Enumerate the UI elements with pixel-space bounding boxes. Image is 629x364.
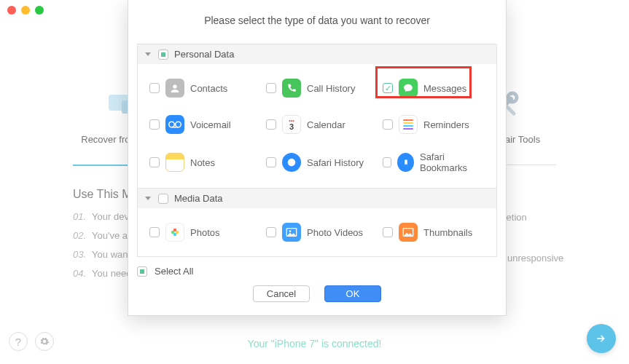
device-connected-status: Your "iPhone 7" is connected!	[0, 338, 629, 349]
item-label: Safari History	[307, 157, 364, 168]
item-checkbox[interactable]	[149, 119, 160, 130]
item-label: Notes	[190, 157, 215, 168]
data-item-calendar[interactable]: ••• 3 Calendar	[259, 106, 375, 143]
help-button[interactable]: ?	[9, 332, 28, 351]
data-item-messages[interactable]: Messages	[375, 70, 492, 106]
reminders-icon	[399, 115, 418, 134]
select-all-checkbox[interactable]	[137, 266, 147, 277]
data-item-photos[interactable]: Photos	[142, 214, 259, 250]
item-checkbox[interactable]	[383, 227, 393, 237]
item-checkbox[interactable]	[266, 227, 276, 237]
item-label: Reminders	[423, 119, 469, 130]
proceed-button[interactable]	[587, 324, 616, 353]
item-label: Photos	[190, 227, 219, 238]
voicemail-icon	[165, 115, 184, 134]
data-item-notes[interactable]: Notes	[142, 143, 259, 182]
item-checkbox[interactable]	[266, 83, 276, 93]
data-item-safari-bookmarks[interactable]: Safari Bookmarks	[375, 143, 492, 182]
dialog-title: Please select the type of data you want …	[128, 0, 506, 44]
group-media-data: Media Data Photos Photo Videos	[137, 189, 497, 257]
item-checkbox[interactable]	[149, 83, 160, 93]
safari-icon	[282, 153, 301, 172]
svg-point-8	[288, 159, 296, 167]
svg-point-5	[176, 122, 181, 127]
group-personal-data: Personal Data Contacts Call History	[137, 44, 497, 189]
select-all-label: Select All	[155, 266, 193, 277]
item-label: Contacts	[190, 83, 227, 94]
data-item-call-history[interactable]: Call History	[259, 70, 375, 106]
photo-videos-icon	[282, 223, 301, 242]
phone-icon	[282, 79, 301, 98]
data-item-contacts[interactable]: Contacts	[142, 70, 259, 106]
data-item-reminders[interactable]: Reminders	[375, 106, 492, 143]
data-item-voicemail[interactable]: Voicemail	[142, 106, 259, 143]
gear-icon	[39, 336, 50, 347]
item-label: Messages	[423, 83, 466, 94]
group-title: Media Data	[174, 193, 222, 204]
data-item-photo-videos[interactable]: Photo Videos	[259, 214, 375, 250]
group-header[interactable]: Media Data	[138, 189, 496, 208]
group-title: Personal Data	[174, 49, 234, 60]
safari-bookmark-icon	[397, 153, 414, 172]
arrow-right-icon	[595, 332, 608, 345]
item-checkbox[interactable]	[383, 119, 393, 130]
data-item-thumbnails[interactable]: Thumbnails	[375, 214, 492, 250]
calendar-icon: ••• 3	[282, 115, 301, 134]
svg-point-4	[169, 122, 175, 127]
contacts-icon	[165, 79, 184, 98]
group-checkbox[interactable]	[158, 194, 168, 204]
item-label: Photo Videos	[307, 227, 363, 238]
item-checkbox[interactable]	[266, 119, 276, 130]
svg-point-13	[171, 231, 175, 234]
item-label: Calendar	[307, 119, 345, 130]
data-type-dialog: Please select the type of data you want …	[128, 0, 507, 316]
item-label: Safari Bookmarks	[420, 151, 485, 173]
data-item-safari-history[interactable]: Safari History	[259, 143, 375, 182]
item-label: Voicemail	[190, 119, 231, 130]
settings-button[interactable]	[35, 332, 54, 351]
item-label: Thumbnails	[423, 227, 472, 238]
item-checkbox[interactable]	[149, 227, 160, 237]
disclosure-triangle-icon[interactable]	[145, 52, 151, 56]
item-checkbox[interactable]	[383, 83, 393, 93]
thumbnails-icon	[399, 223, 418, 242]
messages-icon	[399, 79, 418, 98]
item-label: Call History	[307, 83, 355, 94]
group-header[interactable]: Personal Data	[138, 44, 496, 64]
item-checkbox[interactable]	[149, 157, 160, 167]
notes-icon	[165, 153, 184, 172]
item-checkbox[interactable]	[266, 157, 276, 167]
svg-point-16	[289, 230, 292, 232]
item-checkbox[interactable]	[383, 157, 391, 167]
photos-icon	[165, 223, 184, 242]
svg-point-3	[173, 84, 176, 88]
group-checkbox[interactable]	[158, 50, 168, 60]
ok-button[interactable]: OK	[324, 285, 381, 302]
cancel-button[interactable]: Cancel	[253, 285, 310, 302]
disclosure-triangle-icon[interactable]	[145, 197, 151, 200]
